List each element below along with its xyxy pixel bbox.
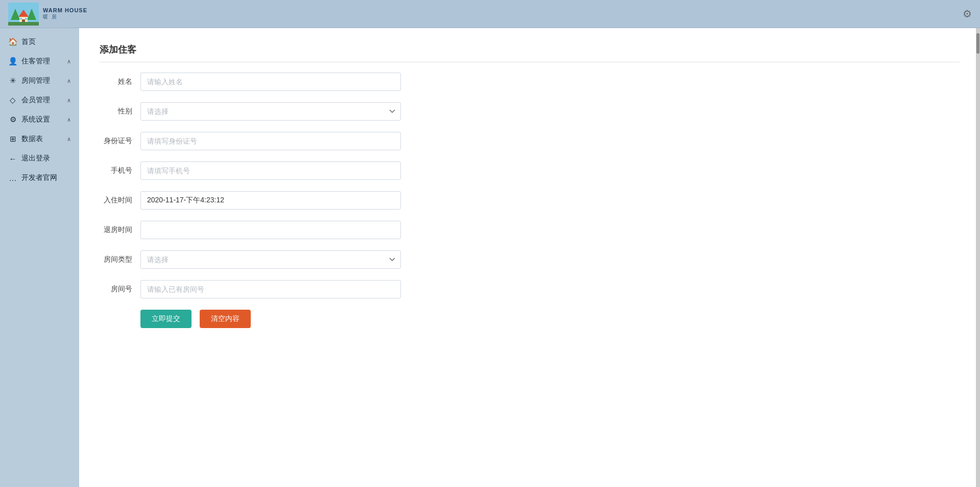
clear-button[interactable]: 清空内容: [200, 310, 251, 328]
phone-input[interactable]: [140, 161, 401, 180]
asterisk-icon: ✳: [8, 76, 17, 85]
logo-image: [8, 3, 39, 26]
id-label: 身份证号: [100, 136, 140, 146]
sidebar-item-logout[interactable]: ← 退出登录: [0, 149, 79, 168]
checkout-input[interactable]: [140, 221, 401, 239]
checkin-input[interactable]: [140, 191, 401, 210]
form-row-room-type: 房间类型 请选择 标准间 大床房 套房: [100, 250, 457, 269]
svg-rect-10: [8, 22, 39, 26]
sidebar-item-label: 会员管理: [21, 96, 50, 105]
room-type-label: 房间类型: [100, 255, 140, 264]
sidebar-item-room-management[interactable]: ✳ 房间管理 ∧: [0, 71, 79, 90]
form-row-checkin: 入住时间: [100, 191, 457, 210]
form-row-phone: 手机号: [100, 161, 457, 180]
user-icon: 👤: [8, 57, 17, 66]
name-input[interactable]: [140, 73, 401, 91]
form-row-room-no: 房间号: [100, 280, 457, 298]
sidebar-item-label: 开发者官网: [21, 173, 57, 182]
chevron-up-icon: ∧: [67, 78, 71, 84]
page-title: 添加住客: [100, 43, 960, 62]
room-no-input[interactable]: [140, 280, 401, 298]
sidebar-item-system-settings[interactable]: ⚙ 系统设置 ∧: [0, 110, 79, 129]
sidebar-item-label: 退出登录: [21, 154, 50, 163]
chevron-up-icon: ∧: [67, 97, 71, 104]
submit-button[interactable]: 立即提交: [140, 310, 192, 328]
sidebar-item-label: 住客管理: [21, 57, 50, 66]
sidebar: 🏠 首页 👤 住客管理 ∧ ✳ 房间管理 ∧ ◇ 会员管理 ∧ ⚙ 系统设置 ∧…: [0, 28, 79, 487]
form-row-id: 身份证号: [100, 132, 457, 150]
diamond-icon: ◇: [8, 96, 17, 105]
sidebar-item-member-management[interactable]: ◇ 会员管理 ∧: [0, 90, 79, 110]
chevron-up-icon: ∧: [67, 136, 71, 143]
settings-icon: ⚙: [8, 115, 17, 124]
sidebar-item-developer[interactable]: … 开发者官网: [0, 168, 79, 188]
svg-rect-8: [20, 18, 22, 19]
header: WARM HOUSE 暖 居 ⚙: [0, 0, 980, 28]
form-row-checkout: 退房时间: [100, 221, 457, 239]
form-row-gender: 性别 请选择 男 女: [100, 102, 457, 121]
form-buttons: 立即提交 清空内容: [140, 310, 457, 328]
room-no-label: 房间号: [100, 285, 140, 294]
checkin-label: 入住时间: [100, 196, 140, 205]
logo-area: WARM HOUSE 暖 居: [8, 3, 87, 26]
gender-label: 性别: [100, 107, 140, 116]
gender-select[interactable]: 请选择 男 女: [140, 102, 401, 121]
logout-icon: ←: [8, 154, 17, 163]
name-label: 姓名: [100, 77, 140, 86]
form-row-name: 姓名: [100, 73, 457, 91]
sidebar-item-label: 房间管理: [21, 76, 50, 85]
content-area: 添加住客 姓名 性别 请选择 男 女: [79, 28, 980, 487]
sidebar-item-label: 数据表: [21, 134, 43, 144]
content-inner: 添加住客 姓名 性别 请选择 男 女: [79, 28, 980, 487]
dots-icon: …: [8, 174, 17, 182]
sidebar-item-data-table[interactable]: ⊞ 数据表 ∧: [0, 129, 79, 149]
sidebar-item-home[interactable]: 🏠 首页: [0, 32, 79, 52]
svg-rect-9: [25, 18, 27, 19]
table-icon: ⊞: [8, 134, 17, 144]
phone-label: 手机号: [100, 166, 140, 175]
sidebar-item-label: 系统设置: [21, 115, 50, 124]
scrollbar-thumb[interactable]: [976, 33, 979, 54]
main-layout: 🏠 首页 👤 住客管理 ∧ ✳ 房间管理 ∧ ◇ 会员管理 ∧ ⚙ 系统设置 ∧…: [0, 28, 980, 487]
chevron-up-icon: ∧: [67, 117, 71, 123]
home-icon: 🏠: [8, 37, 17, 47]
sidebar-item-guest-management[interactable]: 👤 住客管理 ∧: [0, 52, 79, 71]
chevron-up-icon: ∧: [67, 58, 71, 65]
sidebar-item-label: 首页: [21, 37, 36, 47]
room-type-select[interactable]: 请选择 标准间 大床房 套房: [140, 250, 401, 269]
gear-icon[interactable]: ⚙: [963, 8, 972, 20]
scrollbar[interactable]: [976, 28, 980, 487]
add-guest-form: 姓名 性别 请选择 男 女 身份证号: [100, 73, 457, 328]
id-input[interactable]: [140, 132, 401, 150]
checkout-label: 退房时间: [100, 225, 140, 235]
logo-text: WARM HOUSE 暖 居: [43, 7, 87, 20]
